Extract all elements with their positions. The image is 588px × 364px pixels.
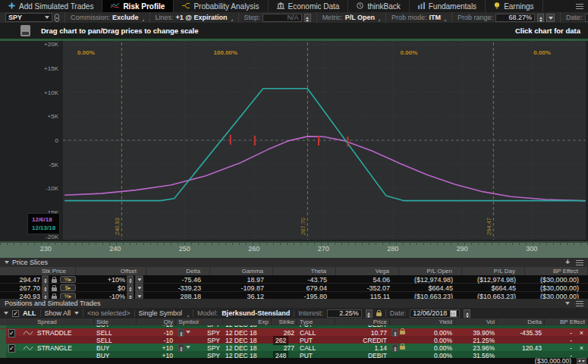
price-value[interactable]: DEBIT <box>335 325 390 328</box>
hamburger-icon[interactable] <box>576 260 583 265</box>
prob-mode-group[interactable]: Prob mode: ITM <box>386 12 452 23</box>
qty-stepper[interactable] <box>178 344 184 352</box>
collapse-arrow-icon[interactable] <box>565 302 570 307</box>
type-value[interactable]: CALL <box>297 329 335 337</box>
remove-leg-button[interactable]: × <box>575 329 588 337</box>
price-slice-row[interactable]: 294.47%▸+10%-75.4618.97-43.7554.06($12,9… <box>0 275 588 284</box>
date-input[interactable]: 12/06/2018 <box>585 14 588 22</box>
chevron-down-icon <box>74 312 79 317</box>
y-axis-label: +10K <box>44 89 59 96</box>
prob-range-dropdown[interactable] <box>546 14 555 22</box>
offset-stepper[interactable] <box>127 284 133 292</box>
lock-icon[interactable] <box>400 346 405 350</box>
selected-dropdown[interactable]: <no selected> <box>87 309 130 317</box>
collapse-arrow-icon[interactable] <box>5 261 9 266</box>
positions-date-input[interactable]: 12/06/2018 <box>410 309 460 318</box>
probability-icon <box>182 2 190 11</box>
prob-mode-value[interactable]: ITM <box>429 14 442 21</box>
commission-group[interactable]: Commission: Exclude <box>65 12 150 23</box>
side-value[interactable]: SELL <box>94 329 137 337</box>
hamburger-icon[interactable] <box>576 4 583 9</box>
model-value[interactable]: Bjerksund-Stensland <box>222 309 290 317</box>
vega-value: 54.06 <box>336 276 399 284</box>
chart-thumbnail-icon[interactable] <box>20 25 30 36</box>
qty-controls <box>176 328 196 337</box>
risk-profile-chart[interactable]: +20K+15K+10K+5K0-5K-10K-15K-20K240.93267… <box>0 41 588 241</box>
link-icon[interactable] <box>55 14 59 22</box>
step-stepper[interactable] <box>304 14 311 22</box>
offset-dropdown[interactable] <box>136 276 143 284</box>
group-color-strip <box>0 344 6 352</box>
commission-value[interactable]: Exclude <box>112 14 139 21</box>
price-value[interactable]: CREDIT <box>335 337 390 344</box>
leg-checkbox[interactable] <box>8 344 15 353</box>
price-controls <box>390 328 413 337</box>
price-stepper[interactable] <box>391 329 398 337</box>
tab-risk-profile[interactable]: Risk Profile <box>102 0 174 12</box>
hamburger-icon[interactable] <box>576 301 583 306</box>
interest-stepper[interactable] <box>366 309 373 318</box>
lock-icon[interactable] <box>52 279 57 283</box>
position-leg-row[interactable]: SELL-10SPY12 DEC 18262PUTCREDIT0.00%21.2… <box>0 336 588 344</box>
side-value[interactable]: BUY <box>94 325 137 328</box>
side-value[interactable]: SELL <box>94 337 137 344</box>
gamma-value: 18.97 <box>210 276 273 284</box>
tab-earnings[interactable]: Earnings <box>486 0 542 12</box>
price-value[interactable]: 10.77 <box>335 329 390 337</box>
x-axis-label: 290 <box>452 245 472 253</box>
tab-add-simulated-trades[interactable]: Add Simulated Trades <box>0 0 102 12</box>
tab-probability-analysis[interactable]: Probability Analysis <box>174 0 268 12</box>
offset-mode-badge[interactable]: %▸ <box>60 276 76 283</box>
offset-stepper[interactable] <box>127 276 133 284</box>
column-header: Vol <box>455 318 498 325</box>
metric-value[interactable]: P/L Open <box>345 14 375 21</box>
side-value[interactable]: BUY <box>94 344 137 352</box>
metric-group[interactable]: Metric: P/L Open <box>317 12 386 23</box>
lines-group[interactable]: Lines: +1 @ Expiration <box>150 12 239 23</box>
show-all-dropdown[interactable]: Show All <box>45 309 71 317</box>
lock-icon[interactable] <box>400 331 405 334</box>
position-leg-row[interactable]: STRANGLEBUY+10SPY12 DEC 18277CALL1.140.0… <box>0 344 588 351</box>
stk-price-stepper[interactable] <box>42 284 48 292</box>
prob-range-input[interactable]: 68.27% <box>495 14 535 22</box>
position-leg-row[interactable]: STRADDLESELL-10SPY12 DEC 18262CALL10.770… <box>0 328 588 336</box>
type-value[interactable]: PUT <box>297 337 335 344</box>
tab-fundamentals[interactable]: Fundamentals <box>410 0 486 12</box>
calendar-icon[interactable] <box>450 310 457 317</box>
add-slice-icon[interactable]: + <box>565 259 570 266</box>
offset-mode-badge[interactable]: $▸ <box>60 284 76 291</box>
chevron-down-icon[interactable] <box>186 331 190 336</box>
prob-range-stepper[interactable] <box>537 14 544 22</box>
price-value[interactable]: 1.14 <box>335 344 390 352</box>
column-header: BP Effect <box>545 318 588 325</box>
step-input[interactable]: N/A <box>263 14 302 22</box>
divider <box>83 309 83 317</box>
leg-checkbox[interactable] <box>8 329 15 337</box>
tab-economic-data[interactable]: Economic Data <box>269 0 349 12</box>
chevron-down-icon[interactable] <box>186 346 190 351</box>
price-slice-label: 240.93 <box>114 218 121 235</box>
remove-leg-button[interactable]: × <box>575 344 588 352</box>
type-value[interactable]: CALL <box>297 344 335 352</box>
positions-date-stepper[interactable] <box>464 309 470 318</box>
lock-icon[interactable] <box>52 287 57 291</box>
symbol-mode-dropdown[interactable]: Single Symbol <box>139 309 183 317</box>
toolbar-menu[interactable] <box>576 0 588 12</box>
lines-value[interactable]: +1 @ Expiration <box>176 14 228 21</box>
x-axis-strip[interactable]: 230240250260270280290300 <box>0 241 588 258</box>
qty-stepper[interactable] <box>178 329 184 337</box>
price-stepper[interactable] <box>391 344 398 352</box>
stk-price-stepper[interactable] <box>42 276 48 284</box>
chart-canvas[interactable]: +20K+15K+10K+5K0-5K-10K-15K-20K240.93267… <box>0 41 588 241</box>
offset-dropdown[interactable] <box>136 284 143 292</box>
lock-icon[interactable] <box>376 312 382 316</box>
interest-input[interactable]: 2.25% <box>327 309 362 318</box>
price-slice-row[interactable]: 267.70$▸$0-339.23-109.87679.04-352.07$66… <box>0 284 588 292</box>
positions-title: Positions and Simulated Trades <box>5 300 101 307</box>
scrollbar-stepper[interactable] <box>577 358 586 364</box>
collapse-arrow-icon[interactable] <box>4 312 8 317</box>
type-value[interactable]: PUT <box>297 325 335 328</box>
symbol-select[interactable]: SPY <box>5 13 52 22</box>
all-checkbox[interactable] <box>12 310 19 317</box>
tab-thinkback[interactable]: thinkBack <box>348 0 409 12</box>
